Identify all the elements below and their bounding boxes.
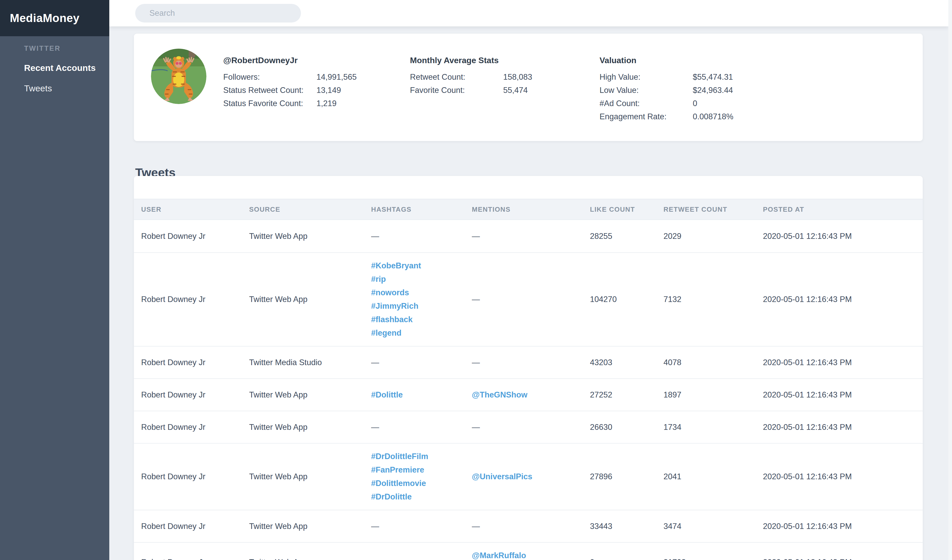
stat-value: $55,474.31	[693, 70, 733, 83]
app-logo: MediaMoney	[0, 0, 109, 36]
hashtag-link[interactable]: #JimmyRich	[371, 299, 462, 313]
table-toolbar	[134, 176, 923, 199]
table-row: Robert Downey JrTwitter Web App#Dolittle…	[134, 378, 923, 411]
stat-label: #Ad Count:	[600, 97, 693, 110]
cell-mentions: —	[472, 225, 590, 247]
sidebar-item-recent-accounts[interactable]: Recent Accounts	[24, 63, 109, 73]
valuation-ad-count: #Ad Count: 0	[600, 97, 733, 110]
cell-like-count: 27252	[590, 384, 663, 406]
cell-user: Robert Downey Jr	[141, 551, 249, 560]
hashtag-link[interactable]: #DrDolittleFilm	[371, 450, 462, 463]
cell-mentions: @MarkRuffalo@RobertDowneyJr	[472, 543, 590, 560]
mention-link[interactable]: @MarkRuffalo	[472, 549, 580, 560]
cell-retweet-count: 2029	[663, 225, 763, 247]
cell-like-count: 104270	[590, 288, 663, 310]
column-header-user: USER	[141, 205, 249, 213]
cell-source: Twitter Web App	[249, 466, 371, 487]
cell-posted-at: 2020-05-01 12:16:43 PM	[763, 466, 923, 487]
cell-hashtags: —	[371, 225, 472, 247]
stat-value: 0.008718%	[693, 110, 733, 123]
stat-value: 14,991,565	[317, 70, 357, 83]
mention-link[interactable]: @UniversalPics	[472, 470, 580, 483]
search-input[interactable]	[135, 4, 301, 23]
column-header-mentions: MENTIONS	[472, 205, 590, 213]
cell-mentions: —	[472, 417, 590, 438]
topbar	[109, 0, 948, 26]
profile-stat-followers: Followers: 14,991,565	[223, 70, 357, 83]
cell-retweet-count: 7132	[663, 288, 763, 310]
sidebar-item-tweets[interactable]: Tweets	[24, 83, 109, 93]
cell-source: Twitter Web App	[249, 515, 371, 537]
hashtag-link[interactable]: #flashback	[371, 313, 462, 326]
table-row: Robert Downey JrTwitter Web App—@MarkRuf…	[134, 542, 923, 560]
scrollbar[interactable]	[948, 0, 952, 560]
valuation: Valuation High Value: $55,474.31 Low Val…	[600, 56, 733, 123]
monthly-stats-title: Monthly Average Stats	[410, 56, 532, 65]
column-header-like-count: LIKE COUNT	[590, 205, 663, 213]
hashtag-link[interactable]: #Dolittle	[371, 388, 462, 402]
hashtag-link[interactable]: #DrDolittle	[371, 490, 462, 504]
cell-posted-at: 2020-05-01 12:16:43 PM	[763, 384, 923, 406]
cell-hashtags: —	[371, 352, 472, 373]
cell-like-count: 33443	[590, 515, 663, 537]
hashtag-link[interactable]: #rip	[371, 273, 462, 286]
cell-user: Robert Downey Jr	[141, 417, 249, 438]
valuation-low: Low Value: $24,963.44	[600, 83, 733, 97]
stat-value: 13,149	[317, 83, 357, 97]
valuation-engagement: Engagement Rate: 0.008718%	[600, 110, 733, 123]
hashtag-link[interactable]: #FanPremiere	[371, 463, 462, 477]
stat-label: Favorite Count:	[410, 83, 503, 97]
stat-value: 55,474	[503, 83, 532, 97]
cell-hashtags: —	[371, 417, 472, 438]
table-row: Robert Downey JrTwitter Web App#KobeBrya…	[134, 252, 923, 346]
profile-summary: @RobertDowneyJr Followers: 14,991,565 St…	[223, 56, 357, 110]
cell-like-count: 26630	[590, 417, 663, 438]
cell-posted-at: 2020-05-01 12:16:43 PM	[763, 288, 923, 310]
cell-posted-at: 2020-05-01 12:16:43 PM	[763, 551, 923, 560]
stat-value: 0	[693, 97, 733, 110]
hashtag-link[interactable]: #nowords	[371, 286, 462, 299]
cell-mentions: @TheGNShow	[472, 382, 590, 408]
stat-label: Followers:	[223, 70, 317, 83]
cell-source: Twitter Web App	[249, 225, 371, 247]
cell-mentions: —	[472, 288, 590, 310]
sidebar: MediaMoney TWITTER Recent Accounts Tweet…	[0, 0, 109, 560]
table-row: Robert Downey JrTwitter Web App——2663017…	[134, 411, 923, 443]
valuation-high: High Value: $55,474.31	[600, 70, 733, 83]
cell-user: Robert Downey Jr	[141, 466, 249, 487]
cell-source: Twitter Web App	[249, 288, 371, 310]
hashtag-link[interactable]: #Dolittlemovie	[371, 477, 462, 490]
cell-user: Robert Downey Jr	[141, 288, 249, 310]
cell-retweet-count: 3474	[663, 515, 763, 537]
table-row: Robert Downey JrTwitter Web App——3344334…	[134, 510, 923, 542]
table-row: Robert Downey JrTwitter Media Studio——43…	[134, 346, 923, 378]
stat-label: High Value:	[600, 70, 693, 83]
profile-stat-retweet: Status Retweet Count: 13,149	[223, 83, 357, 97]
cell-posted-at: 2020-05-01 12:16:43 PM	[763, 225, 923, 247]
stat-value: 1,219	[317, 97, 357, 110]
cell-retweet-count: 2041	[663, 466, 763, 487]
cell-mentions: —	[472, 352, 590, 373]
stat-value: $24,963.44	[693, 83, 733, 97]
cell-retweet-count: 1897	[663, 384, 763, 406]
app-logo-text: MediaMoney	[10, 12, 79, 25]
cell-hashtags: #KobeBryant#rip#nowords#JimmyRich#flashb…	[371, 253, 472, 346]
hashtag-link[interactable]: #KobeBryant	[371, 259, 462, 273]
sidebar-section-twitter: TWITTER	[24, 45, 109, 52]
cell-source: Twitter Web App	[249, 551, 371, 560]
sidebar-nav: TWITTER Recent Accounts Tweets	[0, 45, 109, 93]
stat-label: Low Value:	[600, 83, 693, 97]
cell-posted-at: 2020-05-01 12:16:43 PM	[763, 417, 923, 438]
cell-user: Robert Downey Jr	[141, 225, 249, 247]
hashtag-link[interactable]: #legend	[371, 326, 462, 340]
column-header-posted-at: POSTED AT	[763, 205, 923, 213]
stat-label: Engagement Rate:	[600, 110, 693, 123]
cell-source: Twitter Media Studio	[249, 352, 371, 373]
cell-retweet-count: 31702	[663, 551, 763, 560]
valuation-title: Valuation	[600, 56, 733, 65]
profile-handle: @RobertDowneyJr	[223, 56, 357, 65]
cell-like-count: 28255	[590, 225, 663, 247]
cell-mentions: —	[472, 515, 590, 537]
cell-posted-at: 2020-05-01 12:16:43 PM	[763, 515, 923, 537]
mention-link[interactable]: @TheGNShow	[472, 388, 580, 402]
